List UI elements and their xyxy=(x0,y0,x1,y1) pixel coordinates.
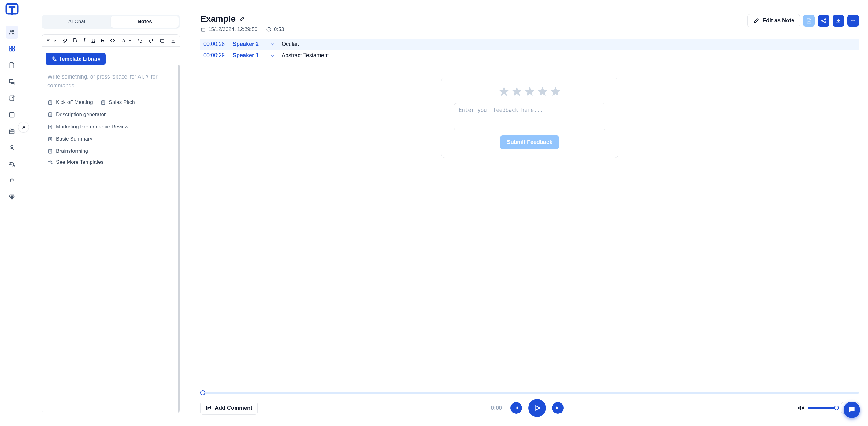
document-date: 15/12/2024, 12:39:50 xyxy=(200,26,257,32)
progress-thumb[interactable] xyxy=(200,390,205,395)
transcript-row[interactable]: 00:00:28 Speaker 2 Ocular. xyxy=(200,38,859,50)
add-comment-button[interactable]: Add Comment xyxy=(200,401,257,415)
sidebar-item-gift[interactable] xyxy=(5,125,18,137)
chevron-down-icon[interactable] xyxy=(128,38,132,44)
star-icon[interactable] xyxy=(511,86,523,97)
volume-icon[interactable] xyxy=(797,404,804,411)
copy-icon[interactable] xyxy=(159,38,165,44)
sidebar-item-calendar[interactable] xyxy=(5,108,18,121)
share-button[interactable] xyxy=(818,15,830,27)
tab-ai-chat[interactable]: AI Chat xyxy=(43,16,111,28)
template-item[interactable]: Description generator xyxy=(48,110,174,120)
svg-point-25 xyxy=(854,20,855,21)
sidebar-item-document[interactable] xyxy=(5,59,18,71)
editor-card: B I U S A Template Library xyxy=(41,34,180,413)
rename-icon[interactable] xyxy=(239,16,245,22)
transcript-pane: Example 15/12/2024, 12:39:50 0:53 xyxy=(191,0,868,426)
star-icon[interactable] xyxy=(537,86,548,97)
transcript-time: 00:00:28 xyxy=(204,41,230,47)
play-button[interactable] xyxy=(528,399,546,417)
document-duration-value: 0:53 xyxy=(274,26,284,32)
redo-icon[interactable] xyxy=(148,38,154,44)
sidebar-item-notebook[interactable] xyxy=(5,92,18,104)
see-more-link[interactable]: See More Templates xyxy=(56,159,104,165)
download-button[interactable] xyxy=(833,15,844,27)
transcript-row[interactable]: 00:00:29 Speaker 1 Abstract Testament. xyxy=(200,50,859,61)
volume-thumb[interactable] xyxy=(834,405,839,411)
more-button[interactable] xyxy=(847,15,859,27)
skip-forward-button[interactable] xyxy=(552,402,564,414)
svg-rect-8 xyxy=(9,113,14,117)
template-library-button[interactable]: Template Library xyxy=(45,53,105,65)
svg-point-23 xyxy=(851,20,852,21)
template-item[interactable]: Marketing Performance Review xyxy=(48,122,128,132)
svg-rect-15 xyxy=(49,125,52,129)
sidebar-item-diamond[interactable] xyxy=(5,191,18,203)
svg-point-1 xyxy=(10,30,12,32)
template-library-label: Template Library xyxy=(59,56,101,62)
template-item[interactable]: Basic Summary xyxy=(48,134,92,144)
star-icon[interactable] xyxy=(524,86,535,97)
undo-icon[interactable] xyxy=(137,38,143,44)
editor-scrollbar[interactable] xyxy=(178,65,180,413)
template-item[interactable]: Brainstorming xyxy=(48,146,174,156)
current-time: 0:00 xyxy=(491,405,502,411)
star-icon[interactable] xyxy=(550,86,561,97)
notes-pane: AI Chat Notes B I U S A xyxy=(24,0,191,426)
tab-notes[interactable]: Notes xyxy=(111,16,179,28)
svg-rect-11 xyxy=(161,40,164,42)
see-more-templates[interactable]: See More Templates xyxy=(48,156,174,165)
editor-body[interactable]: Write something, or press 'space' for AI… xyxy=(42,65,180,413)
sidebar-item-user[interactable] xyxy=(5,141,18,154)
edit-as-note-button[interactable]: Edit as Note xyxy=(747,14,800,27)
svg-rect-16 xyxy=(49,137,52,141)
strikethrough-icon[interactable]: S xyxy=(101,38,104,44)
progress-bar[interactable] xyxy=(200,392,859,394)
template-label: Kick off Meeting xyxy=(56,99,93,105)
sidebar-item-chat[interactable] xyxy=(5,75,18,88)
sidebar-item-plug[interactable] xyxy=(5,174,18,187)
audio-player: Add Comment 0:00 xyxy=(200,392,859,417)
sidebar-item-dashboard[interactable] xyxy=(5,42,18,55)
link-icon[interactable] xyxy=(62,38,68,44)
svg-rect-14 xyxy=(49,113,52,117)
svg-rect-17 xyxy=(49,150,52,154)
submit-feedback-button[interactable]: Submit Feedback xyxy=(500,135,559,149)
skip-back-button[interactable] xyxy=(510,402,522,414)
transcript-text: Ocular. xyxy=(282,41,299,47)
svg-point-10 xyxy=(11,145,13,148)
sidebar-expand-button[interactable] xyxy=(18,122,29,133)
rating-stars[interactable] xyxy=(498,86,561,97)
chevron-down-icon[interactable] xyxy=(53,38,57,44)
svg-rect-18 xyxy=(201,28,205,31)
star-icon[interactable] xyxy=(498,86,510,97)
svg-rect-7 xyxy=(10,96,14,101)
template-grid: Kick off Meeting Sales Pitch Description… xyxy=(48,97,174,156)
template-item[interactable]: Kick off Meeting xyxy=(48,97,93,107)
help-chat-button[interactable] xyxy=(843,401,860,418)
editor-placeholder: Write something, or press 'space' for AI… xyxy=(48,72,174,90)
save-button xyxy=(803,15,815,27)
sidebar xyxy=(0,0,24,426)
transcript-speaker: Speaker 2 xyxy=(233,41,264,47)
template-label: Basic Summary xyxy=(56,136,92,142)
app-logo xyxy=(5,2,19,17)
svg-rect-12 xyxy=(49,101,52,104)
bold-icon[interactable]: B xyxy=(73,38,77,44)
svg-rect-5 xyxy=(9,49,11,51)
align-icon[interactable] xyxy=(45,38,52,44)
volume-slider[interactable] xyxy=(808,407,837,409)
italic-icon[interactable]: I xyxy=(83,38,86,44)
font-color-icon[interactable]: A xyxy=(121,38,127,44)
feedback-textarea[interactable] xyxy=(454,103,605,130)
chevron-down-icon[interactable] xyxy=(267,42,279,47)
underline-icon[interactable]: U xyxy=(91,38,95,44)
document-header: Example 15/12/2024, 12:39:50 0:53 xyxy=(200,14,859,32)
download-icon[interactable] xyxy=(170,38,176,44)
template-label: Marketing Performance Review xyxy=(56,124,128,130)
sidebar-item-people[interactable] xyxy=(5,26,18,38)
code-icon[interactable] xyxy=(110,38,115,44)
sidebar-item-translate[interactable] xyxy=(5,158,18,170)
template-item[interactable]: Sales Pitch xyxy=(100,97,135,107)
chevron-down-icon[interactable] xyxy=(267,53,279,58)
